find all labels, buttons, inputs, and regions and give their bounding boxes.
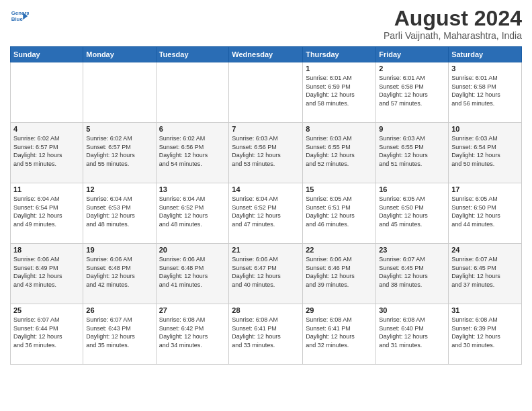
week-row-4: 18Sunrise: 6:06 AM Sunset: 6:49 PM Dayli… [11, 244, 522, 304]
weekday-header-sunday: Sunday [11, 47, 83, 62]
day-number: 9 [379, 125, 445, 133]
weekday-header-monday: Monday [83, 47, 156, 62]
day-cell: 30Sunrise: 6:08 AM Sunset: 6:40 PM Dayli… [376, 304, 449, 365]
logo-icon: General Blue [10, 7, 29, 26]
day-number: 18 [13, 246, 80, 254]
day-cell: 28Sunrise: 6:08 AM Sunset: 6:41 PM Dayli… [229, 304, 303, 365]
day-number: 5 [86, 125, 152, 133]
day-info: Sunrise: 6:08 AM Sunset: 6:42 PM Dayligh… [159, 316, 226, 349]
day-info: Sunrise: 6:03 AM Sunset: 6:55 PM Dayligh… [306, 134, 373, 168]
day-cell: 7Sunrise: 6:03 AM Sunset: 6:56 PM Daylig… [229, 123, 303, 183]
day-number: 30 [379, 306, 445, 314]
day-number: 13 [159, 185, 226, 193]
day-cell: 13Sunrise: 6:04 AM Sunset: 6:52 PM Dayli… [156, 183, 229, 244]
day-info: Sunrise: 6:04 AM Sunset: 6:54 PM Dayligh… [13, 195, 80, 228]
day-cell: 3Sunrise: 6:01 AM Sunset: 6:58 PM Daylig… [449, 62, 522, 123]
day-number: 27 [159, 306, 226, 314]
logo: General Blue [10, 7, 29, 26]
day-number: 16 [379, 185, 445, 193]
day-info: Sunrise: 6:05 AM Sunset: 6:50 PM Dayligh… [379, 195, 445, 228]
day-number: 12 [86, 185, 152, 193]
day-number: 23 [379, 246, 445, 254]
day-cell: 5Sunrise: 6:02 AM Sunset: 6:57 PM Daylig… [83, 123, 156, 183]
day-number: 15 [306, 185, 373, 193]
weekday-header-thursday: Thursday [303, 47, 376, 62]
day-info: Sunrise: 6:01 AM Sunset: 6:58 PM Dayligh… [451, 74, 519, 107]
day-info: Sunrise: 6:07 AM Sunset: 6:44 PM Dayligh… [13, 316, 80, 349]
weekday-header-wednesday: Wednesday [229, 47, 303, 62]
day-info: Sunrise: 6:03 AM Sunset: 6:54 PM Dayligh… [451, 134, 519, 168]
day-cell: 29Sunrise: 6:08 AM Sunset: 6:41 PM Dayli… [303, 304, 376, 365]
day-info: Sunrise: 6:06 AM Sunset: 6:48 PM Dayligh… [159, 255, 226, 289]
day-cell [229, 62, 303, 123]
day-cell [11, 62, 83, 123]
day-cell: 24Sunrise: 6:07 AM Sunset: 6:45 PM Dayli… [449, 244, 522, 304]
day-info: Sunrise: 6:03 AM Sunset: 6:55 PM Dayligh… [379, 134, 445, 168]
weekday-header-friday: Friday [376, 47, 449, 62]
day-cell: 21Sunrise: 6:06 AM Sunset: 6:47 PM Dayli… [229, 244, 303, 304]
day-number: 22 [306, 246, 373, 254]
day-cell: 14Sunrise: 6:04 AM Sunset: 6:52 PM Dayli… [229, 183, 303, 244]
day-info: Sunrise: 6:01 AM Sunset: 6:58 PM Dayligh… [379, 74, 445, 107]
day-cell: 22Sunrise: 6:06 AM Sunset: 6:46 PM Dayli… [303, 244, 376, 304]
month-title: August 2024 [384, 7, 522, 30]
day-cell: 20Sunrise: 6:06 AM Sunset: 6:48 PM Dayli… [156, 244, 229, 304]
day-number: 17 [451, 185, 519, 193]
day-info: Sunrise: 6:08 AM Sunset: 6:40 PM Dayligh… [379, 316, 445, 349]
day-info: Sunrise: 6:02 AM Sunset: 6:56 PM Dayligh… [159, 134, 226, 168]
day-info: Sunrise: 6:02 AM Sunset: 6:57 PM Dayligh… [13, 134, 80, 168]
day-number: 19 [86, 246, 152, 254]
weekday-header-tuesday: Tuesday [156, 47, 229, 62]
day-info: Sunrise: 6:07 AM Sunset: 6:43 PM Dayligh… [86, 316, 152, 349]
day-info: Sunrise: 6:03 AM Sunset: 6:56 PM Dayligh… [232, 134, 300, 168]
week-row-2: 4Sunrise: 6:02 AM Sunset: 6:57 PM Daylig… [11, 123, 522, 183]
day-info: Sunrise: 6:08 AM Sunset: 6:41 PM Dayligh… [232, 316, 300, 349]
day-number: 24 [451, 246, 519, 254]
day-number: 3 [451, 64, 519, 73]
day-info: Sunrise: 6:02 AM Sunset: 6:57 PM Dayligh… [86, 134, 152, 168]
day-cell [156, 62, 229, 123]
day-number: 1 [306, 64, 373, 73]
day-cell: 4Sunrise: 6:02 AM Sunset: 6:57 PM Daylig… [11, 123, 83, 183]
location-subtitle: Parli Vaijnath, Maharashtra, India [384, 30, 522, 41]
day-number: 25 [13, 306, 80, 314]
day-info: Sunrise: 6:07 AM Sunset: 6:45 PM Dayligh… [379, 255, 445, 289]
day-cell: 9Sunrise: 6:03 AM Sunset: 6:55 PM Daylig… [376, 123, 449, 183]
day-number: 6 [159, 125, 226, 133]
day-cell: 19Sunrise: 6:06 AM Sunset: 6:48 PM Dayli… [83, 244, 156, 304]
day-cell: 25Sunrise: 6:07 AM Sunset: 6:44 PM Dayli… [11, 304, 83, 365]
day-cell: 17Sunrise: 6:05 AM Sunset: 6:50 PM Dayli… [449, 183, 522, 244]
day-number: 31 [451, 306, 519, 314]
day-number: 7 [232, 125, 300, 133]
day-cell: 31Sunrise: 6:08 AM Sunset: 6:39 PM Dayli… [449, 304, 522, 365]
day-info: Sunrise: 6:08 AM Sunset: 6:41 PM Dayligh… [306, 316, 373, 349]
day-number: 8 [306, 125, 373, 133]
day-number: 20 [159, 246, 226, 254]
day-info: Sunrise: 6:01 AM Sunset: 6:59 PM Dayligh… [306, 74, 373, 107]
day-cell: 26Sunrise: 6:07 AM Sunset: 6:43 PM Dayli… [83, 304, 156, 365]
day-info: Sunrise: 6:04 AM Sunset: 6:52 PM Dayligh… [159, 195, 226, 228]
day-cell: 11Sunrise: 6:04 AM Sunset: 6:54 PM Dayli… [11, 183, 83, 244]
day-number: 4 [13, 125, 80, 133]
day-cell: 6Sunrise: 6:02 AM Sunset: 6:56 PM Daylig… [156, 123, 229, 183]
day-info: Sunrise: 6:04 AM Sunset: 6:53 PM Dayligh… [86, 195, 152, 228]
day-cell: 1Sunrise: 6:01 AM Sunset: 6:59 PM Daylig… [303, 62, 376, 123]
day-number: 10 [451, 125, 519, 133]
day-info: Sunrise: 6:06 AM Sunset: 6:47 PM Dayligh… [232, 255, 300, 289]
week-row-1: 1Sunrise: 6:01 AM Sunset: 6:59 PM Daylig… [11, 62, 522, 123]
day-info: Sunrise: 6:04 AM Sunset: 6:52 PM Dayligh… [232, 195, 300, 228]
day-cell: 18Sunrise: 6:06 AM Sunset: 6:49 PM Dayli… [11, 244, 83, 304]
day-info: Sunrise: 6:05 AM Sunset: 6:51 PM Dayligh… [306, 195, 373, 228]
day-cell: 8Sunrise: 6:03 AM Sunset: 6:55 PM Daylig… [303, 123, 376, 183]
day-cell: 15Sunrise: 6:05 AM Sunset: 6:51 PM Dayli… [303, 183, 376, 244]
day-number: 26 [86, 306, 152, 314]
day-info: Sunrise: 6:06 AM Sunset: 6:49 PM Dayligh… [13, 255, 80, 289]
day-cell: 16Sunrise: 6:05 AM Sunset: 6:50 PM Dayli… [376, 183, 449, 244]
day-number: 29 [306, 306, 373, 314]
day-cell: 2Sunrise: 6:01 AM Sunset: 6:58 PM Daylig… [376, 62, 449, 123]
day-number: 28 [232, 306, 300, 314]
weekday-header-saturday: Saturday [449, 47, 522, 62]
week-row-5: 25Sunrise: 6:07 AM Sunset: 6:44 PM Dayli… [11, 304, 522, 365]
day-cell: 10Sunrise: 6:03 AM Sunset: 6:54 PM Dayli… [449, 123, 522, 183]
svg-text:Blue: Blue [11, 16, 24, 22]
